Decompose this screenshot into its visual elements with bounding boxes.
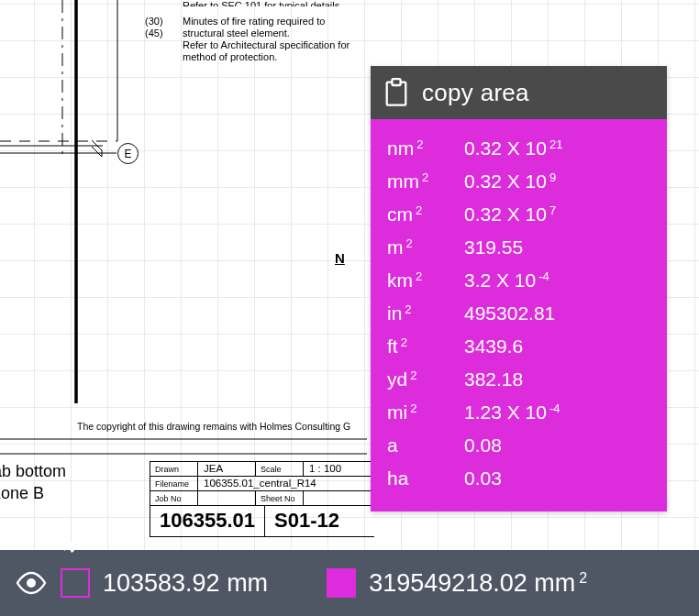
unit-value: 1.23 X 10-4 — [464, 402, 560, 424]
unit-label: a — [387, 434, 448, 456]
note-line-1: Minutes of fire rating required to — [183, 16, 325, 28]
note-truncated: Refer to SEC 101 for typical details. — [183, 0, 375, 6]
tb-value-drawn: JEA — [198, 462, 256, 476]
unit-value: 3439.6 — [464, 336, 523, 358]
unit-label: ha — [387, 468, 448, 490]
tb-value-filename: 106355.01_central_R14 — [198, 476, 374, 490]
left-text-row-1: ab bottom — [0, 462, 66, 481]
unit-label: m2 — [387, 236, 448, 258]
tb-value-jobno: 106355.01 — [150, 506, 264, 536]
clipboard-icon — [383, 78, 409, 107]
note-line-2: structural steel element. — [183, 28, 290, 39]
unit-row-nm[interactable]: nm20.32 X 1021 — [387, 132, 650, 165]
tb-label-scale: Scale — [256, 462, 304, 476]
svg-marker-16 — [64, 536, 77, 553]
unit-row-ha[interactable]: ha0.03 — [387, 462, 650, 495]
tb-value-scale: 1 : 100 — [304, 462, 374, 476]
note-bullet-30: (30) — [145, 16, 163, 28]
unit-label: nm2 — [387, 138, 448, 160]
unit-value: 495302.81 — [464, 302, 555, 324]
unit-row-cm[interactable]: cm20.32 X 107 — [387, 198, 650, 231]
svg-rect-14 — [392, 79, 400, 85]
unit-value: 0.32 X 107 — [464, 204, 556, 226]
unit-label: ft2 — [387, 336, 448, 358]
note-line-4: method of protection. — [183, 51, 277, 63]
tb-label-jobno: Job No — [150, 490, 198, 505]
length-swatch[interactable] — [61, 568, 90, 598]
unit-conversion-list: nm20.32 X 1021mm20.32 X 109cm20.32 X 107… — [371, 119, 667, 512]
unit-label: yd2 — [387, 368, 448, 390]
cursor-icon — [63, 532, 80, 560]
note-line-3: Refer to Architectural specification for — [183, 39, 350, 51]
copy-area-popup: copy area nm20.32 X 1021mm20.32 X 109cm2… — [371, 66, 667, 512]
north-label: N — [335, 250, 345, 266]
area-exponent: 2 — [579, 570, 587, 587]
unit-row-yd[interactable]: yd2382.18 — [387, 363, 650, 396]
unit-value: 382.18 — [464, 368, 523, 390]
length-readout: 103583.92 mm — [103, 569, 268, 598]
unit-value: 0.32 X 1021 — [464, 138, 562, 160]
unit-value: 3.2 X 10-4 — [464, 270, 549, 292]
area-swatch[interactable] — [327, 568, 356, 598]
grid-bubble-e: E — [117, 143, 139, 164]
unit-row-km[interactable]: km23.2 X 10-4 — [387, 264, 650, 297]
status-bar: 103583.92 mm 319549218.02 mm2 — [0, 550, 699, 616]
area-readout: 319549218.02 mm2 — [369, 569, 587, 598]
copyright-text: The copyright of this drawing remains wi… — [77, 421, 350, 432]
unit-row-mm[interactable]: mm20.32 X 109 — [387, 165, 650, 198]
copy-area-button[interactable]: copy area — [371, 66, 667, 119]
note-bullet-45: (45) — [145, 28, 163, 39]
unit-value: 0.32 X 109 — [464, 170, 556, 192]
unit-row-mi[interactable]: mi21.23 X 10-4 — [387, 396, 650, 429]
unit-value: 319.55 — [464, 236, 523, 258]
length-value: 103583.92 mm — [103, 569, 268, 598]
unit-label: mm2 — [387, 170, 448, 192]
unit-label: km2 — [387, 270, 448, 292]
unit-row-ft[interactable]: ft23439.6 — [387, 330, 650, 363]
unit-label: in2 — [387, 302, 448, 324]
tb-label-drawn: Drawn — [150, 462, 198, 476]
visibility-toggle[interactable] — [15, 571, 48, 595]
svg-point-15 — [27, 578, 36, 588]
unit-label: mi2 — [387, 402, 448, 424]
unit-row-m[interactable]: m2319.55 — [387, 231, 650, 264]
titleblock: Drawn JEA Scale 1 : 100 Filename 106355.… — [150, 461, 374, 537]
unit-value: 0.03 — [464, 468, 502, 490]
area-value: 319549218.02 mm — [369, 569, 575, 598]
unit-row-in[interactable]: in2495302.81 — [387, 297, 650, 330]
unit-value: 0.08 — [464, 434, 502, 456]
tb-label-filename: Filename — [150, 476, 198, 490]
left-text-row-2: zone B — [0, 484, 44, 503]
tb-label-sheetno: Sheet No — [256, 490, 304, 505]
unit-row-a[interactable]: a0.08 — [387, 429, 650, 462]
copy-area-label: copy area — [422, 79, 529, 107]
tb-value-sheetno: S01-12 — [265, 506, 349, 536]
unit-label: cm2 — [387, 204, 448, 226]
